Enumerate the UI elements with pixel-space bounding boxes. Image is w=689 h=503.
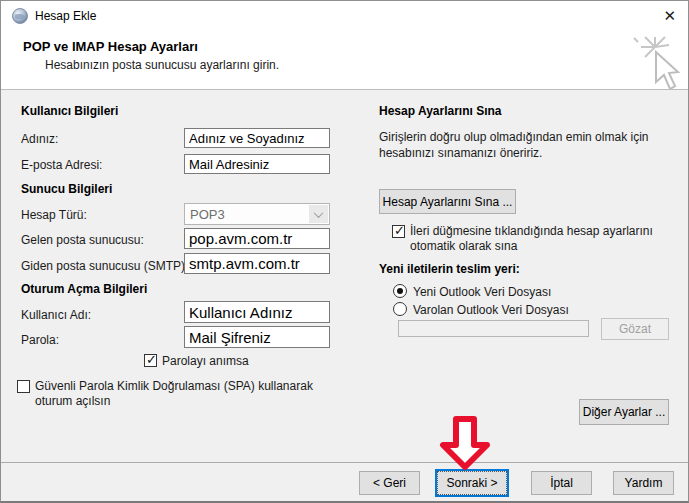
account-type-value: POP3 xyxy=(190,207,225,222)
name-field[interactable] xyxy=(184,128,330,148)
cancel-button-label: İptal xyxy=(550,476,573,490)
spa-checkbox[interactable] xyxy=(17,380,30,393)
new-data-file-label: Yeni Outlook Veri Dosyası xyxy=(413,285,551,300)
window-title: Hesap Ekle xyxy=(35,9,96,23)
account-type-select[interactable]: POP3 xyxy=(184,203,330,225)
spa-label: Güvenli Parola Kimlik Doğrulaması (SPA) … xyxy=(35,379,340,409)
dialog-header: POP ve IMAP Hesap Ayarları Hesabınızın p… xyxy=(1,31,688,90)
existing-data-file-path-field[interactable] xyxy=(398,320,589,337)
remember-password-label: Parolayı anımsa xyxy=(162,354,249,369)
close-icon[interactable]: ✕ xyxy=(663,7,676,25)
red-down-arrow-annotation xyxy=(439,415,491,471)
incoming-server-field[interactable] xyxy=(184,228,330,249)
page-title: POP ve IMAP Hesap Ayarları xyxy=(23,39,198,54)
back-button-label: < Geri xyxy=(373,476,406,490)
email-label: E-posta Adresi: xyxy=(21,158,102,172)
username-field[interactable] xyxy=(184,301,330,323)
globe-icon xyxy=(12,8,28,24)
new-data-file-radio[interactable] xyxy=(393,284,407,298)
next-button-label: Sonraki > xyxy=(446,476,497,490)
auto-test-checkbox[interactable]: ✓ xyxy=(392,225,405,238)
more-settings-button-label: Diğer Ayarlar ... xyxy=(583,405,665,419)
remember-password-checkbox[interactable]: ✓ xyxy=(144,354,157,367)
section-server-info: Sunucu Bilgileri xyxy=(21,182,112,196)
name-label: Adınız: xyxy=(21,132,58,146)
back-button[interactable]: < Geri xyxy=(359,471,420,495)
existing-data-file-label: Varolan Outlook Veri Dosyası xyxy=(413,303,569,318)
add-account-dialog: Hesap Ekle ✕ POP ve IMAP Hesap Ayarları … xyxy=(0,0,689,503)
browse-button-label: Gözat xyxy=(619,322,651,336)
browse-button[interactable]: Gözat xyxy=(601,318,669,340)
password-field[interactable] xyxy=(184,326,330,348)
incoming-server-label: Gelen posta sunucusu: xyxy=(21,233,144,247)
help-button[interactable]: Yardım xyxy=(613,471,674,495)
page-subtitle: Hesabınızın posta sunucusu ayarlarını gi… xyxy=(45,58,279,72)
chevron-down-icon xyxy=(309,205,328,223)
username-label: Kullanıcı Adı: xyxy=(21,308,91,322)
more-settings-button[interactable]: Diğer Ayarlar ... xyxy=(579,399,669,425)
auto-test-label: İleri düğmesine tıklandığında hesap ayar… xyxy=(410,224,678,254)
test-description: Girişlerin doğru olup olmadığından emin … xyxy=(379,129,671,161)
next-button[interactable]: Sonraki > xyxy=(435,469,509,497)
help-button-label: Yardım xyxy=(625,476,663,490)
section-logon-info: Oturum Açma Bilgileri xyxy=(21,282,147,296)
outgoing-server-field[interactable] xyxy=(184,253,330,274)
outgoing-server-label: Giden posta sunucusu (SMTP): xyxy=(21,259,188,273)
existing-data-file-radio[interactable] xyxy=(393,302,407,316)
email-field[interactable] xyxy=(184,154,330,174)
checkmark-icon: ✓ xyxy=(146,352,157,367)
test-account-settings-button[interactable]: Hesap Ayarlarını Sına ... xyxy=(379,189,516,214)
title-bar: Hesap Ekle ✕ xyxy=(1,1,688,31)
test-account-settings-button-label: Hesap Ayarlarını Sına ... xyxy=(383,195,513,209)
footer-divider xyxy=(1,462,688,463)
account-type-label: Hesap Türü: xyxy=(21,208,87,222)
password-label: Parola: xyxy=(21,333,59,347)
delivery-location-label: Yeni iletilerin teslim yeri: xyxy=(379,262,520,276)
cancel-button[interactable]: İptal xyxy=(531,471,592,495)
section-test-settings: Hesap Ayarlarını Sına xyxy=(379,104,502,118)
checkmark-icon: ✓ xyxy=(394,223,405,238)
section-user-info: Kullanıcı Bilgileri xyxy=(21,104,118,118)
